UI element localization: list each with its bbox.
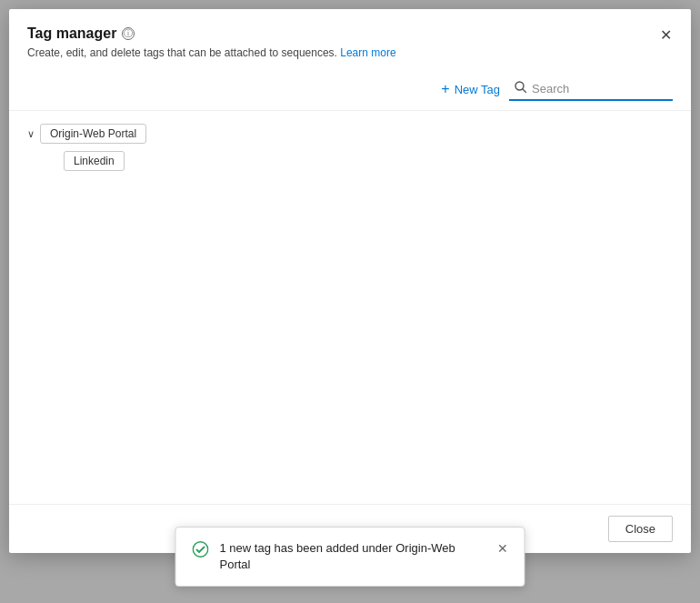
modal-close-button[interactable]: ✕ (653, 22, 678, 47)
toast-notification: 1 new tag has been added under Origin-We… (175, 527, 525, 587)
search-container (509, 77, 673, 101)
learn-more-link[interactable]: Learn more (340, 46, 395, 59)
tag-children: Linkedin (27, 151, 673, 171)
new-tag-plus-icon: + (441, 81, 449, 97)
subtitle-text: Create, edit, and delete tags that can b… (27, 46, 337, 59)
toast-message: 1 new tag has been added under Origin-We… (220, 540, 486, 573)
chevron-down-icon[interactable]: ∨ (27, 128, 35, 140)
modal-body: ∨ Origin-Web Portal Linkedin (9, 111, 691, 504)
modal-header: Tag manager ⓘ Create, edit, and delete t… (9, 9, 691, 66)
svg-point-2 (193, 541, 208, 557)
modal-subtitle: Create, edit, and delete tags that can b… (27, 46, 396, 59)
search-icon (515, 81, 526, 95)
new-tag-label: New Tag (455, 83, 500, 96)
modal-toolbar: + New Tag (9, 66, 691, 111)
tag-group: ∨ Origin-Web Portal Linkedin (27, 124, 673, 171)
tag-group-label[interactable]: Origin-Web Portal (40, 124, 146, 144)
modal-title-row: Tag manager ⓘ (27, 25, 673, 42)
svg-line-1 (523, 89, 526, 93)
close-action-button[interactable]: Close (608, 516, 673, 542)
toast-check-icon (193, 541, 209, 562)
tag-group-header: ∨ Origin-Web Portal (27, 124, 673, 144)
search-input[interactable] (532, 82, 650, 95)
modal-title: Tag manager (27, 25, 116, 42)
info-icon[interactable]: ⓘ (122, 27, 135, 40)
toast-close-button[interactable]: ✕ (497, 541, 508, 556)
new-tag-button[interactable]: + New Tag (432, 75, 509, 103)
tag-manager-modal: Tag manager ⓘ Create, edit, and delete t… (9, 9, 691, 553)
tag-item[interactable]: Linkedin (64, 151, 125, 171)
